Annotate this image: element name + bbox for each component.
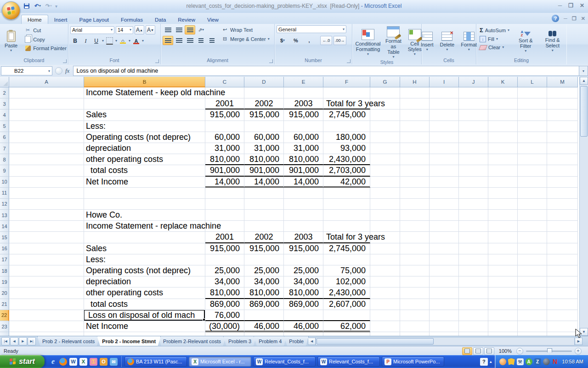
cell-C23[interactable]: (30,000): [205, 321, 244, 332]
key-icon[interactable]: ⚿: [90, 358, 97, 366]
cell-H4[interactable]: [400, 109, 430, 121]
cell-A3[interactable]: [9, 98, 84, 109]
cell-G4[interactable]: [370, 109, 400, 121]
tray-dark-icon[interactable]: [543, 358, 550, 365]
undo-button[interactable]: ↶▾: [33, 2, 42, 10]
cell-A19[interactable]: [9, 276, 84, 288]
cell-M14[interactable]: [547, 221, 578, 232]
cell-F8[interactable]: 2,430,000: [323, 154, 370, 165]
vertical-scroll-thumb[interactable]: [580, 86, 588, 137]
row-header-4[interactable]: 4: [0, 109, 9, 121]
cell-J4[interactable]: [459, 109, 488, 121]
cell-E5[interactable]: [284, 121, 323, 132]
bold-button[interactable]: B: [70, 36, 80, 46]
cell-M8[interactable]: [547, 154, 578, 165]
cell-A11[interactable]: [9, 188, 84, 199]
cell-E23[interactable]: 46,000: [284, 321, 323, 332]
cell-F4[interactable]: 2,745,000: [323, 109, 370, 121]
qat-customize-button[interactable]: ▾: [55, 4, 57, 9]
cell-K5[interactable]: [488, 121, 518, 132]
cell-H14[interactable]: [400, 221, 430, 232]
cell-M9[interactable]: [547, 165, 578, 176]
sheet-tab-prob-2-income-stmnt[interactable]: Prob 2 - Income Stmnt: [97, 336, 161, 346]
cell-L8[interactable]: [518, 154, 547, 165]
cell-B16[interactable]: Sales: [84, 243, 205, 254]
alignment-dialog-launcher-icon[interactable]: [269, 59, 273, 63]
cell-A9[interactable]: [9, 165, 84, 176]
cell-I8[interactable]: [430, 154, 459, 165]
font-dialog-launcher-icon[interactable]: [155, 59, 159, 63]
cell-A7[interactable]: [9, 143, 84, 154]
cell-C22[interactable]: 76,000: [205, 310, 244, 321]
copy-button[interactable]: Copy: [23, 35, 68, 43]
cell-D21[interactable]: 869,000: [244, 299, 284, 310]
cell-J17[interactable]: [459, 254, 488, 265]
cell-L21[interactable]: [518, 299, 547, 310]
cell-A12[interactable]: [9, 199, 84, 210]
cell-G[interactable]: [370, 332, 400, 336]
cell-A13[interactable]: [9, 210, 84, 221]
cell-B23[interactable]: Net Income: [84, 321, 205, 332]
cell-K20[interactable]: [488, 288, 518, 299]
cell-E9[interactable]: 901,000: [284, 165, 323, 176]
cell-M[interactable]: [547, 332, 578, 336]
cell-D18[interactable]: 25,000: [244, 265, 284, 276]
cell-I18[interactable]: [430, 265, 459, 276]
cell-F10[interactable]: 42,000: [323, 177, 370, 188]
cell-J10[interactable]: [459, 177, 488, 188]
cell-D9[interactable]: 901,000: [244, 165, 284, 176]
top-align-button[interactable]: [163, 25, 173, 34]
cell-G7[interactable]: [370, 143, 400, 154]
cell-K3[interactable]: [488, 98, 518, 109]
cell-C17[interactable]: [205, 254, 244, 265]
col-header-L[interactable]: L: [518, 77, 547, 87]
last-sheet-button[interactable]: ▶|: [28, 337, 36, 345]
cell-E20[interactable]: 810,000: [284, 288, 323, 299]
tab-home[interactable]: Home: [21, 15, 48, 24]
cell-K23[interactable]: [488, 321, 518, 332]
cell-F19[interactable]: 102,000: [323, 276, 370, 288]
middle-align-button[interactable]: [174, 25, 184, 34]
cell-F20[interactable]: 2,430,000: [323, 288, 370, 299]
cell-J18[interactable]: [459, 265, 488, 276]
cell-B14[interactable]: Income Statement - replace machine: [84, 221, 205, 232]
cell-H6[interactable]: [400, 132, 430, 143]
cell-L18[interactable]: [518, 265, 547, 276]
taskbar-button-powerpoint[interactable]: PMicrosoft PowerPo...: [382, 356, 444, 367]
cell-F18[interactable]: 75,000: [323, 265, 370, 276]
borders-button[interactable]: [105, 36, 114, 46]
cell-L5[interactable]: [518, 121, 547, 132]
cell-D17[interactable]: [244, 254, 284, 265]
cell-M6[interactable]: [547, 132, 578, 143]
cell-L[interactable]: [518, 332, 547, 336]
cell-A18[interactable]: [9, 265, 84, 276]
cell-E15[interactable]: 2003: [284, 232, 323, 243]
cell-D3[interactable]: 2002: [244, 98, 284, 109]
close-button[interactable]: ✕: [580, 2, 584, 9]
cell-A23[interactable]: [9, 321, 84, 332]
cell-J20[interactable]: [459, 288, 488, 299]
tray-tool-icon[interactable]: ⚒: [517, 358, 524, 365]
cell-B17[interactable]: Less:: [84, 254, 205, 265]
tab-insert[interactable]: Insert: [48, 15, 74, 24]
cell-B20[interactable]: other operating costs: [84, 288, 205, 299]
cell-F21[interactable]: 2,607,000: [323, 299, 370, 310]
cell-F12[interactable]: [323, 199, 370, 210]
cell-F16[interactable]: 2,745,000: [323, 243, 370, 254]
accounting-format-button[interactable]: $▾: [277, 36, 288, 45]
cell-C5[interactable]: [205, 121, 244, 132]
cell-F[interactable]: [323, 332, 370, 336]
taskbar-button-word[interactable]: WRelevant_Costs_f...: [253, 356, 316, 367]
cell-H10[interactable]: [400, 177, 430, 188]
number-format-select[interactable]: General▾: [277, 25, 346, 33]
cell-L13[interactable]: [518, 210, 547, 221]
cell-A20[interactable]: [9, 288, 84, 299]
cell-G23[interactable]: [370, 321, 400, 332]
cell-G14[interactable]: [370, 221, 400, 232]
cell-I6[interactable]: [430, 132, 459, 143]
cell-K17[interactable]: [488, 254, 518, 265]
merge-center-button[interactable]: ⊟Merge & Center▾: [220, 35, 271, 42]
cell-B22[interactable]: Loss on disposal of old mach: [84, 310, 205, 321]
row-header-2[interactable]: 2: [0, 87, 9, 98]
sheet-tab-problem-2-relevant-costs[interactable]: Problem 2-Relevant costs: [158, 336, 226, 346]
